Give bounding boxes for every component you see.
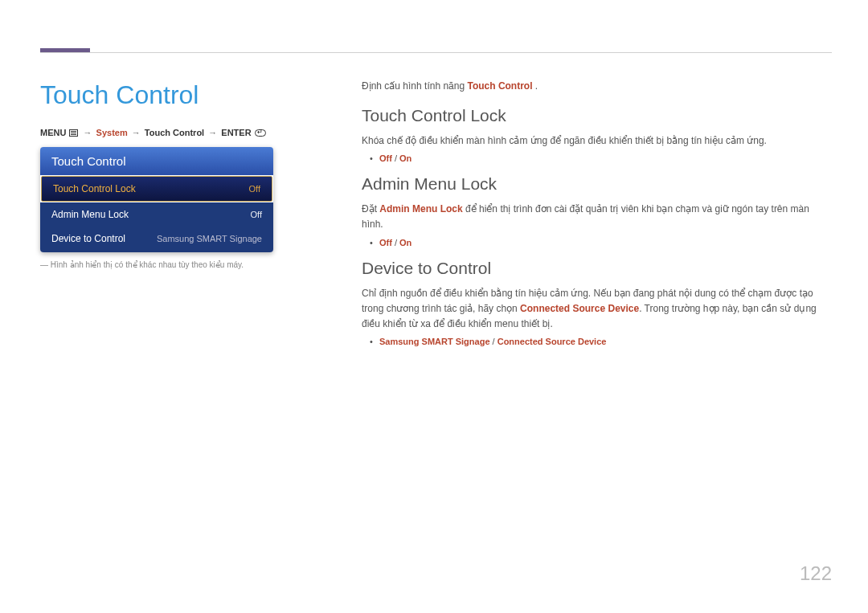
- osd-item-admin-menu-lock[interactable]: Admin Menu Lock Off: [40, 202, 273, 227]
- section-heading-tcl: Touch Control Lock: [362, 106, 828, 125]
- breadcrumb-system: System: [96, 128, 128, 137]
- page-title: Touch Control: [40, 80, 330, 110]
- breadcrumb-touch-control: Touch Control: [145, 128, 204, 137]
- section-heading-aml: Admin Menu Lock: [362, 174, 828, 194]
- options-tcl: Off / On: [362, 153, 828, 163]
- osd-item-value: Off: [249, 184, 260, 194]
- osd-item-label: Touch Control Lock: [53, 183, 136, 194]
- menu-icon: [69, 129, 78, 137]
- breadcrumb: MENU → System → Touch Control → ENTER: [40, 128, 330, 137]
- osd-header: Touch Control: [40, 147, 273, 175]
- osd-item-value: Samsung SMART Signage: [157, 234, 262, 243]
- options-aml: Off / On: [362, 238, 828, 247]
- osd-item-label: Device to Control: [51, 233, 125, 244]
- section-heading-dtc: Device to Control: [362, 259, 828, 278]
- intro-text: Định cấu hình tính năng Touch Control .: [362, 80, 828, 92]
- osd-item-label: Admin Menu Lock: [51, 209, 129, 220]
- right-column: Định cấu hình tính năng Touch Control . …: [330, 80, 828, 354]
- section-body-aml: Đặt Admin Menu Lock để hiển thị trình đơ…: [362, 202, 828, 232]
- section-body-tcl: Khóa chế độ điều khiển màn hình cảm ứng …: [362, 133, 828, 149]
- page-content: Touch Control MENU → System → Touch Cont…: [40, 80, 828, 354]
- enter-icon: [255, 129, 266, 137]
- osd-item-touch-control-lock[interactable]: Touch Control Lock Off: [41, 176, 272, 202]
- arrow-icon: →: [84, 128, 92, 137]
- section-body-dtc: Chỉ định nguồn để điều khiển bằng tín hi…: [362, 286, 828, 333]
- header-rule: [40, 52, 832, 53]
- left-column: Touch Control MENU → System → Touch Cont…: [40, 80, 330, 354]
- page-number: 122: [800, 562, 832, 585]
- options-dtc: Samsung SMART Signage / Connected Source…: [362, 337, 828, 346]
- osd-panel: Touch Control Touch Control Lock Off Adm…: [40, 147, 273, 252]
- footnote: ― Hình ảnh hiển thị có thể khác nhau tùy…: [40, 260, 330, 269]
- breadcrumb-menu: MENU: [40, 128, 66, 137]
- arrow-icon: →: [132, 128, 141, 137]
- breadcrumb-enter: ENTER: [221, 128, 251, 137]
- osd-item-device-to-control[interactable]: Device to Control Samsung SMART Signage: [40, 227, 273, 252]
- arrow-icon: →: [208, 128, 217, 137]
- osd-item-value: Off: [251, 210, 262, 219]
